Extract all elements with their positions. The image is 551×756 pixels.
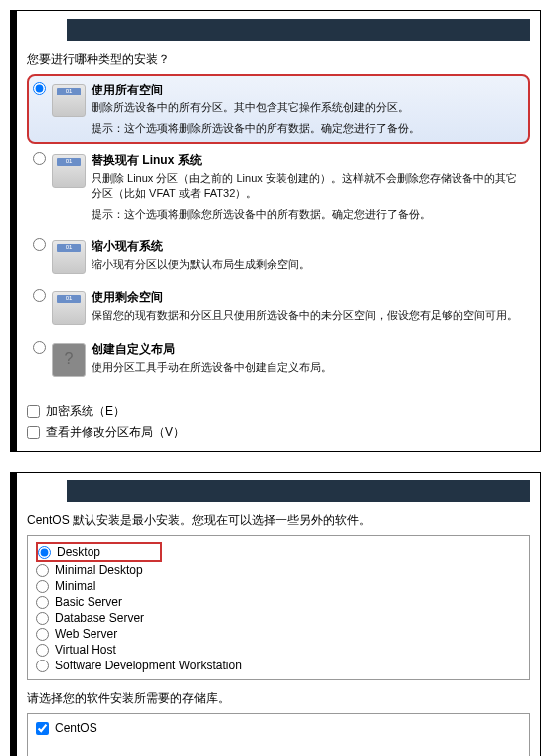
- software-radio[interactable]: [36, 564, 49, 577]
- software-label: Virtual Host: [55, 643, 116, 657]
- software-radio[interactable]: [36, 660, 49, 672]
- option-hint: 提示：这个选项将删除您所选设备中的所有数据。确定您进行了备份。: [92, 207, 524, 222]
- install-option-replace-linux[interactable]: 替换现有 Linux 系统 只删除 Linux 分区（由之前的 Linux 安装…: [27, 144, 530, 230]
- software-label: Desktop: [57, 545, 100, 559]
- software-item-minimal[interactable]: Minimal: [36, 578, 521, 594]
- repo-checkbox[interactable]: [36, 722, 49, 735]
- software-radio[interactable]: [36, 580, 49, 593]
- review-layout-row[interactable]: 查看并修改分区布局（V）: [27, 424, 530, 441]
- repo-list: CentOS: [27, 713, 530, 756]
- option-title: 创建自定义布局: [92, 341, 524, 358]
- option-desc: 使用分区工具手动在所选设备中创建自定义布局。: [92, 360, 524, 375]
- install-option-radio[interactable]: [33, 82, 46, 94]
- software-item-basic-server[interactable]: Basic Server: [36, 594, 521, 610]
- software-label: Database Server: [55, 611, 144, 625]
- option-hint: 提示：这个选项将删除所选设备中的所有数据。确定您进行了备份。: [92, 121, 524, 136]
- install-option-shrink[interactable]: 缩小现有系统 缩小现有分区以便为默认布局生成剩余空间。: [27, 230, 530, 282]
- software-prompt: CentOS 默认安装是最小安装。您现在可以选择一些另外的软件。: [27, 512, 530, 529]
- software-label: Minimal Desktop: [55, 563, 143, 577]
- option-title: 缩小现有系统: [92, 238, 524, 255]
- install-option-use-all-space[interactable]: 使用所有空间 删除所选设备中的所有分区。其中包含其它操作系统创建的分区。 提示：…: [27, 74, 530, 144]
- software-item-web-server[interactable]: Web Server: [36, 626, 521, 642]
- software-radio[interactable]: [36, 628, 49, 641]
- repo-item-centos[interactable]: CentOS: [36, 720, 521, 736]
- encrypt-label: 加密系统（E）: [46, 403, 125, 420]
- software-item-virtual-host[interactable]: Virtual Host: [36, 642, 521, 658]
- option-title: 替换现有 Linux 系统: [92, 152, 524, 169]
- software-label: Minimal: [55, 579, 95, 593]
- software-label: Basic Server: [55, 595, 122, 609]
- review-label: 查看并修改分区布局（V）: [46, 424, 185, 441]
- install-type-panel: 您要进行哪种类型的安装？ 使用所有空间 删除所选设备中的所有分区。其中包含其它操…: [10, 10, 541, 452]
- repo-prompt: 请选择您的软件安装所需要的存储库。: [27, 690, 530, 707]
- install-option-radio[interactable]: [33, 238, 46, 251]
- option-title: 使用所有空间: [92, 82, 524, 98]
- encrypt-system-row[interactable]: 加密系统（E）: [27, 403, 530, 420]
- software-radio[interactable]: [36, 612, 49, 625]
- question-icon: [52, 343, 86, 377]
- disk-icon: [52, 154, 86, 188]
- repo-label: CentOS: [55, 721, 97, 735]
- option-desc: 删除所选设备中的所有分区。其中包含其它操作系统创建的分区。: [92, 100, 524, 115]
- software-radio[interactable]: [36, 596, 49, 609]
- option-desc: 缩小现有分区以便为默认布局生成剩余空间。: [92, 257, 524, 272]
- option-desc: 只删除 Linux 分区（由之前的 Linux 安装创建的）。这样就不会删除您存…: [92, 171, 524, 201]
- software-label: Software Development Workstation: [55, 659, 242, 672]
- software-item-desktop[interactable]: Desktop: [38, 544, 100, 560]
- disk-icon: [52, 240, 86, 274]
- option-title: 使用剩余空间: [92, 289, 524, 306]
- header-bar: [67, 19, 530, 41]
- software-item-minimal-desktop[interactable]: Minimal Desktop: [36, 562, 521, 578]
- software-item-sdw[interactable]: Software Development Workstation: [36, 658, 521, 673]
- encrypt-checkbox[interactable]: [27, 405, 40, 418]
- install-type-prompt: 您要进行哪种类型的安装？: [27, 51, 530, 68]
- disk-icon: [52, 291, 86, 325]
- option-desc: 保留您的现有数据和分区且只使用所选设备中的未分区空间，假设您有足够的空间可用。: [92, 308, 524, 323]
- install-option-radio[interactable]: [33, 341, 46, 354]
- software-radio[interactable]: [36, 644, 49, 657]
- software-item-database-server[interactable]: Database Server: [36, 610, 521, 626]
- install-option-radio[interactable]: [33, 152, 46, 165]
- software-label: Web Server: [55, 627, 117, 641]
- software-radio[interactable]: [38, 546, 51, 559]
- install-option-radio[interactable]: [33, 289, 46, 302]
- software-selection-panel: CentOS 默认安装是最小安装。您现在可以选择一些另外的软件。 Desktop…: [10, 472, 541, 756]
- disk-icon: [52, 84, 86, 117]
- install-option-free-space[interactable]: 使用剩余空间 保留您的现有数据和分区且只使用所选设备中的未分区空间，假设您有足够…: [27, 282, 530, 333]
- review-checkbox[interactable]: [27, 426, 40, 439]
- install-option-custom-layout[interactable]: 创建自定义布局 使用分区工具手动在所选设备中创建自定义布局。: [27, 333, 530, 385]
- header-bar: [67, 480, 530, 502]
- software-list: Desktop Minimal Desktop Minimal Basic Se…: [27, 535, 530, 680]
